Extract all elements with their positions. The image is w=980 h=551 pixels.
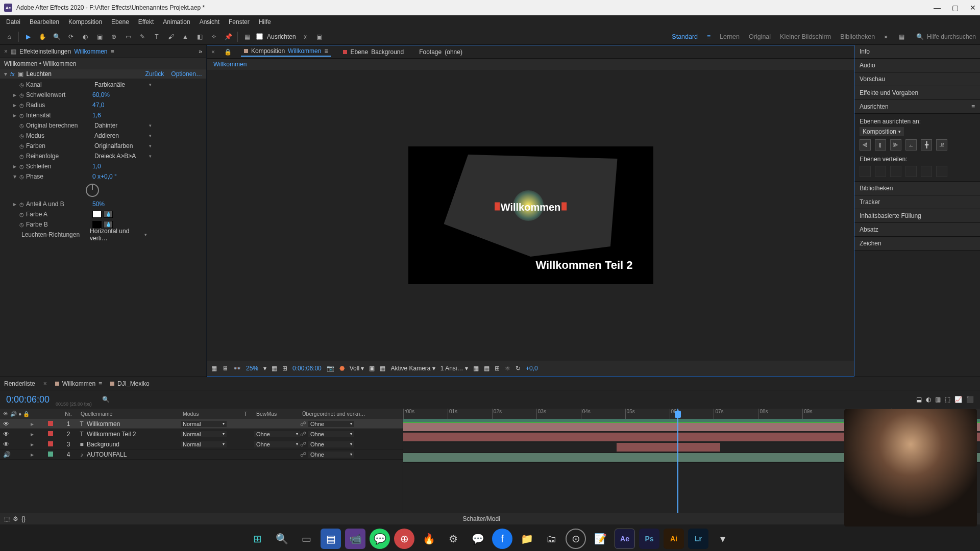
stopwatch-icon[interactable]: ◷ — [19, 212, 24, 217]
tl-tab-willkommen[interactable]: Willkommen ≡ — [55, 380, 102, 387]
align-vcenter-icon[interactable]: ╋ — [921, 139, 932, 151]
stopwatch-icon[interactable]: ◷ — [19, 82, 24, 88]
panel-close-icon[interactable]: × — [4, 48, 8, 55]
camera-dropdown[interactable]: Aktive Kamera ▾ — [390, 365, 435, 372]
taskbar-ps-icon[interactable]: Ps — [639, 529, 659, 549]
taskbar-lr-icon[interactable]: Lr — [688, 529, 708, 549]
guides-icon[interactable]: ⊞ — [282, 365, 287, 372]
resolution-dropdown[interactable]: Voll ▾ — [350, 365, 364, 372]
farben-dropdown[interactable]: Originalfarben▾ — [92, 142, 154, 150]
align-left-icon[interactable]: ⫷ — [860, 139, 871, 151]
taskbar-overflow-icon[interactable]: ▾ — [713, 529, 733, 549]
composition-canvas[interactable]: Willkommen Willkommen Teil 2 — [207, 70, 854, 361]
viewer-breadcrumb[interactable]: Willkommen — [207, 59, 854, 70]
workspace-lernen[interactable]: Lernen — [720, 33, 740, 40]
effect-mask-icon[interactable]: ▣ — [18, 70, 23, 78]
layer-row[interactable]: 👁 ▸ 3 ■Background Normal ▾ Ohne ▾ ☍Ohne … — [0, 439, 403, 449]
schleifen-value[interactable]: 1,0 — [92, 163, 101, 170]
tl-graph-icon[interactable]: 📈 — [954, 396, 962, 403]
viewer-tab-footage[interactable]: Footage (ohne) — [416, 48, 465, 56]
switches-modes-toggle[interactable]: Schalter/Modi — [462, 515, 500, 522]
tl-toggle-icon[interactable]: {} — [21, 515, 26, 522]
radius-value[interactable]: 47,0 — [92, 102, 104, 109]
col-parent[interactable]: Übergeordnet und verkn… — [300, 411, 372, 417]
tl-frame-blend-icon[interactable]: ▥ — [935, 396, 941, 403]
search-input[interactable]: Hilfe durchsuchen — [927, 33, 976, 40]
exposure-value[interactable]: +0,0 — [526, 365, 538, 372]
res-full-icon[interactable]: ▾ — [263, 365, 266, 372]
tab-menu-icon[interactable]: ≡ — [111, 48, 114, 55]
menu-animation[interactable]: Animation — [159, 16, 194, 28]
monitor-icon[interactable]: 🖥 — [222, 365, 228, 372]
viewer-tab-layer[interactable]: Ebene Background — [340, 48, 407, 56]
menu-datei[interactable]: Datei — [2, 16, 24, 28]
taskbar-app-icon[interactable]: ▤ — [321, 529, 341, 549]
phase-dial[interactable] — [86, 184, 99, 197]
workspace-menu-icon[interactable]: ≡ — [707, 33, 710, 40]
col-name[interactable]: Quellenname — [79, 411, 181, 417]
effect-name[interactable]: Leuchten — [27, 70, 52, 78]
stopwatch-icon[interactable]: ◷ — [19, 113, 24, 118]
effect-toggle-icon[interactable]: ▾ — [4, 70, 7, 78]
align-top-icon[interactable]: ⫠ — [905, 139, 917, 151]
zoom-dropdown[interactable]: 25% — [246, 365, 258, 372]
3d-icon[interactable]: ▦ — [380, 365, 385, 372]
taskbar-obs-icon[interactable]: ⊙ — [566, 529, 586, 549]
taskbar-facebook-icon[interactable]: f — [492, 529, 512, 549]
mask-icon[interactable]: 👓 — [233, 365, 241, 372]
camera-tool-icon[interactable]: ▣ — [94, 32, 105, 42]
taskbar-search-icon[interactable]: 🔍 — [272, 529, 292, 549]
taskbar-messenger-icon[interactable]: 💬 — [468, 529, 488, 549]
menu-bearbeiten[interactable]: Bearbeiten — [26, 16, 63, 28]
visibility-header-icon[interactable]: 👁 — [3, 411, 9, 417]
timeline-icon[interactable]: ⊞ — [495, 365, 500, 372]
maximize-button[interactable]: ▢ — [952, 4, 959, 12]
zoom-tool-icon[interactable]: 🔍 — [52, 32, 62, 42]
layer-row[interactable]: 👁 ▸ 1 TWillkommen Normal ▾ ☍Ohne ▾ — [0, 419, 403, 429]
text-tool-icon[interactable]: T — [152, 32, 162, 42]
twirl-icon[interactable]: ▾ — [13, 173, 19, 180]
menu-hilfe[interactable]: Hilfe — [255, 16, 275, 28]
close-button[interactable]: ✕ — [970, 4, 976, 12]
grid-icon[interactable]: ▦ — [272, 365, 277, 372]
stopwatch-icon[interactable]: ◷ — [19, 103, 24, 108]
proxy-icon[interactable]: ▣ — [314, 32, 325, 42]
phase-value[interactable]: 0 x+0,0 ° — [92, 173, 117, 180]
stopwatch-icon[interactable]: ◷ — [19, 133, 24, 139]
eyedropper-a-icon[interactable]: 💧 — [104, 211, 113, 218]
character-panel-header[interactable]: Zeichen — [854, 237, 980, 251]
tl-draft-icon[interactable]: ⬛ — [966, 396, 974, 403]
stamp-tool-icon[interactable]: ▲ — [180, 32, 190, 42]
layer-row[interactable]: 🔊 ▸ 4 ♪AUTOUNFALL ☍Ohne ▾ — [0, 449, 403, 460]
menu-fenster[interactable]: Fenster — [225, 16, 254, 28]
color-a-swatch[interactable] — [92, 211, 102, 218]
workspace-kleiner[interactable]: Kleiner Bildschirm — [780, 33, 831, 40]
channel-icon[interactable]: ⬣ — [339, 365, 345, 372]
workspace-standard[interactable]: Standard — [672, 33, 698, 40]
timecode[interactable]: 0:00:06:00 — [0, 394, 56, 405]
taskbar-notepad-icon[interactable]: 📝 — [590, 529, 610, 549]
views-dropdown[interactable]: 1 Ansi… ▾ — [440, 365, 468, 372]
taskbar-ae-icon[interactable]: Ae — [615, 529, 635, 549]
minimize-button[interactable]: — — [934, 4, 941, 12]
col-bew[interactable]: BewMas — [254, 411, 300, 417]
taskbar-taskview-icon[interactable]: ▭ — [296, 529, 316, 549]
puppet-tool-icon[interactable]: 📌 — [223, 32, 233, 42]
pen-tool-icon[interactable]: ✎ — [137, 32, 148, 42]
tl-shy-icon[interactable]: ◐ — [926, 396, 931, 403]
taskbar-firefox-icon[interactable]: 🔥 — [419, 529, 439, 549]
taskbar-app-icon[interactable]: 🗂 — [541, 529, 561, 549]
twirl-icon[interactable]: ▸ — [13, 102, 19, 109]
align-bottom-icon[interactable]: ⫡ — [936, 139, 947, 151]
kanal-dropdown[interactable]: Farbkanäle▾ — [92, 81, 154, 89]
tl-toggle-icon[interactable]: ⚙ — [13, 515, 18, 522]
fast-preview-icon[interactable]: ▦ — [484, 365, 489, 372]
menu-ebene[interactable]: Ebene — [107, 16, 133, 28]
refresh-icon[interactable]: ↻ — [516, 365, 521, 372]
snap-checkbox[interactable] — [256, 33, 263, 40]
content-aware-header[interactable]: Inhaltsbasierte Füllung — [854, 209, 980, 223]
shape-fill-icon[interactable]: ▦ — [242, 32, 252, 42]
tl-toggle-icon[interactable]: ⬚ — [4, 515, 10, 522]
richtungen-dropdown[interactable]: Horizontal und verti…▾ — [88, 227, 149, 242]
stopwatch-icon[interactable]: ◷ — [19, 154, 24, 159]
